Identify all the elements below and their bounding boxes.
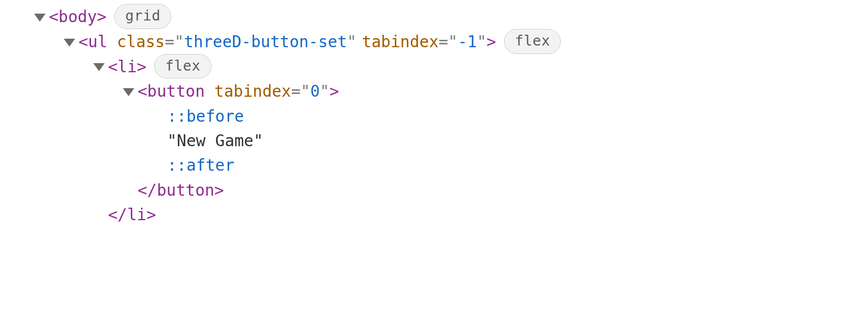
token: </button>	[138, 178, 224, 203]
layout-badge[interactable]: grid	[114, 4, 171, 29]
token: 0	[310, 79, 320, 104]
token: <li>	[108, 55, 146, 79]
token: class	[117, 30, 164, 54]
tree-row[interactable]: <ul class="threeD-button-set" tabindex="…	[0, 30, 868, 55]
expand-arrow-icon[interactable]	[64, 39, 75, 47]
token: <ul	[78, 30, 117, 54]
tree-row[interactable]: ::before	[0, 104, 868, 129]
token: >	[486, 30, 496, 54]
token: threeD-button-set	[184, 30, 347, 54]
token: "	[320, 79, 329, 104]
tree-row[interactable]: <button tabindex="0">	[0, 79, 868, 104]
token: tabindex	[214, 79, 291, 104]
token: ="	[165, 30, 184, 54]
token: "	[347, 30, 357, 54]
token: <button	[138, 79, 214, 104]
token: "	[477, 30, 486, 54]
tree-row[interactable]: "New Game"	[0, 129, 868, 153]
token: ="	[439, 30, 458, 54]
layout-badge[interactable]: flex	[504, 29, 561, 54]
token: "	[167, 129, 177, 153]
token: "	[254, 129, 263, 153]
tree-row[interactable]: </button>	[0, 178, 868, 203]
token: ="	[291, 79, 311, 104]
expand-arrow-icon[interactable]	[93, 63, 105, 71]
token: <body>	[49, 5, 106, 29]
expand-arrow-icon[interactable]	[123, 88, 134, 96]
token: New Game	[177, 129, 254, 153]
token: tabindex	[362, 30, 439, 54]
token: ::before	[167, 104, 244, 129]
tree-row[interactable]: ::after	[0, 153, 868, 178]
tree-row[interactable]: <body>grid	[0, 5, 868, 30]
token: </li>	[108, 203, 156, 227]
expand-arrow-icon[interactable]	[34, 14, 46, 22]
dom-tree: <body>grid<ul class="threeD-button-set" …	[0, 5, 868, 228]
token	[357, 30, 362, 54]
tree-row[interactable]: </li>	[0, 203, 868, 227]
layout-badge[interactable]: flex	[154, 54, 211, 79]
token: ::after	[167, 153, 234, 178]
token: >	[329, 79, 339, 104]
tree-row[interactable]: <li>flex	[0, 55, 868, 80]
token: -1	[458, 30, 477, 54]
